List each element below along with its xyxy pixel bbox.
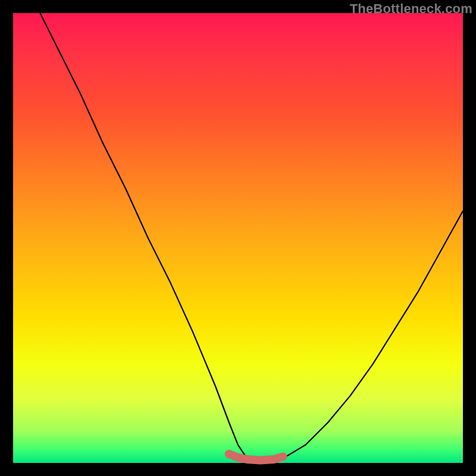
chart-svg — [13, 13, 463, 463]
plot-area — [13, 13, 463, 463]
highlight-segment-line — [229, 454, 283, 461]
bottleneck-curve-line — [40, 13, 463, 461]
chart-frame: TheBottleneck.com — [0, 0, 476, 476]
